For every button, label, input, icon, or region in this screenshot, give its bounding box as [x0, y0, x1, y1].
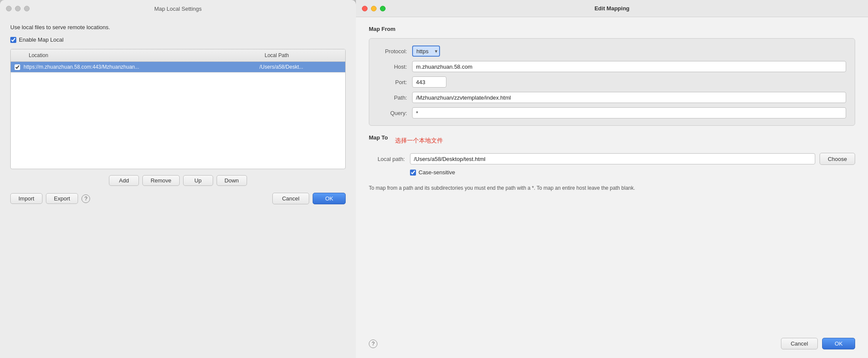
host-input[interactable]: [412, 61, 846, 72]
ok-button-left[interactable]: OK: [313, 193, 346, 204]
bottom-left-buttons: Import Export ?: [10, 193, 90, 204]
right-maximize-button[interactable]: [380, 6, 386, 11]
case-sensitive-row: Case-sensitive: [410, 169, 855, 176]
path-input[interactable]: [412, 92, 846, 103]
info-text: To map from a path and its subdirectorie…: [369, 184, 855, 192]
map-to-hint: 选择一个本地文件: [395, 137, 443, 145]
remove-button[interactable]: Remove: [142, 175, 179, 186]
left-close-button[interactable]: [6, 6, 12, 12]
host-row: Host:: [378, 61, 846, 72]
import-button[interactable]: Import: [10, 193, 42, 204]
ok-button-right[interactable]: OK: [822, 338, 855, 349]
map-from-title: Map From: [369, 26, 855, 32]
case-sensitive-label: Case-sensitive: [419, 169, 455, 176]
right-bottom-row: ? Cancel OK: [356, 338, 868, 358]
add-button[interactable]: Add: [109, 175, 139, 186]
right-titlebar: Edit Mapping: [356, 0, 868, 17]
port-label: Port:: [378, 79, 412, 85]
enable-row: Enable Map Local: [10, 36, 346, 43]
description-text: Use local files to serve remote location…: [10, 24, 346, 30]
left-maximize-button[interactable]: [24, 6, 30, 12]
local-path-row: Local path: Choose: [369, 153, 855, 165]
row-location: https://m.zhuanzhuan.58.com:443/Mzhuanzh…: [24, 64, 259, 70]
port-input[interactable]: [412, 76, 446, 88]
protocol-select-wrapper: https http ws wss ▼: [412, 46, 440, 57]
query-label: Query:: [378, 110, 412, 116]
right-close-button[interactable]: [362, 6, 368, 11]
query-input[interactable]: [412, 107, 846, 118]
path-label: Path:: [378, 94, 412, 101]
protocol-select[interactable]: https http ws wss: [412, 46, 440, 57]
protocol-row: Protocol: https http ws wss ▼: [378, 46, 846, 57]
local-path-input[interactable]: [410, 153, 815, 164]
left-content: Use local files to serve remote location…: [0, 17, 356, 358]
right-panel: Edit Mapping Map From Protocol: https ht…: [356, 0, 868, 358]
export-button[interactable]: Export: [46, 193, 78, 204]
map-to-title: Map To: [369, 134, 388, 141]
up-button[interactable]: Up: [183, 175, 213, 186]
right-minimize-button[interactable]: [371, 6, 377, 11]
right-bottom-right: Cancel OK: [781, 338, 855, 349]
table-header: Location Local Path: [11, 49, 345, 62]
row-checkbox[interactable]: [15, 64, 20, 70]
enable-map-local-label: Enable Map Local: [19, 36, 63, 43]
left-traffic-lights: [6, 6, 30, 12]
table-col-location: Location: [24, 51, 259, 60]
mapping-table: Location Local Path https://m.zhuanzhuan…: [10, 49, 346, 169]
right-traffic-lights: [362, 6, 386, 11]
left-minimize-button[interactable]: [15, 6, 21, 12]
map-to-section: Map To 选择一个本地文件 Local path: Choose Case-…: [369, 134, 855, 176]
row-local-path: /Users/a58/Deskt...: [259, 64, 345, 70]
host-label: Host:: [378, 64, 412, 70]
help-button-right[interactable]: ?: [369, 340, 377, 348]
right-window-title: Edit Mapping: [594, 5, 630, 12]
cancel-button-right[interactable]: Cancel: [781, 338, 818, 349]
map-to-header: Map To 选择一个本地文件: [369, 134, 855, 147]
left-window-title: Map Local Settings: [154, 6, 202, 12]
cancel-button-left[interactable]: Cancel: [272, 193, 309, 204]
left-titlebar: Map Local Settings: [0, 0, 356, 17]
case-sensitive-checkbox[interactable]: [410, 170, 416, 176]
down-button[interactable]: Down: [217, 175, 247, 186]
protocol-label: Protocol:: [378, 48, 412, 55]
table-row[interactable]: https://m.zhuanzhuan.58.com:443/Mzhuanzh…: [11, 62, 345, 73]
enable-map-local-checkbox[interactable]: [10, 37, 16, 43]
local-path-label: Local path:: [369, 156, 410, 162]
map-from-section: Protocol: https http ws wss ▼ Host:: [369, 38, 855, 126]
port-row: Port:: [378, 76, 846, 88]
action-buttons-row: Add Remove Up Down: [10, 175, 346, 186]
right-content: Map From Protocol: https http ws wss ▼ H…: [356, 17, 868, 338]
help-button-left[interactable]: ?: [81, 194, 90, 203]
query-row: Query:: [378, 107, 846, 118]
row-checkbox-wrapper: [11, 64, 24, 70]
bottom-row: Import Export ? Cancel OK: [10, 193, 346, 213]
table-col-localpath: Local Path: [259, 51, 345, 60]
left-panel: Map Local Settings Use local files to se…: [0, 0, 356, 358]
choose-button[interactable]: Choose: [820, 153, 855, 165]
bottom-right-buttons: Cancel OK: [272, 193, 346, 204]
path-row: Path:: [378, 92, 846, 103]
